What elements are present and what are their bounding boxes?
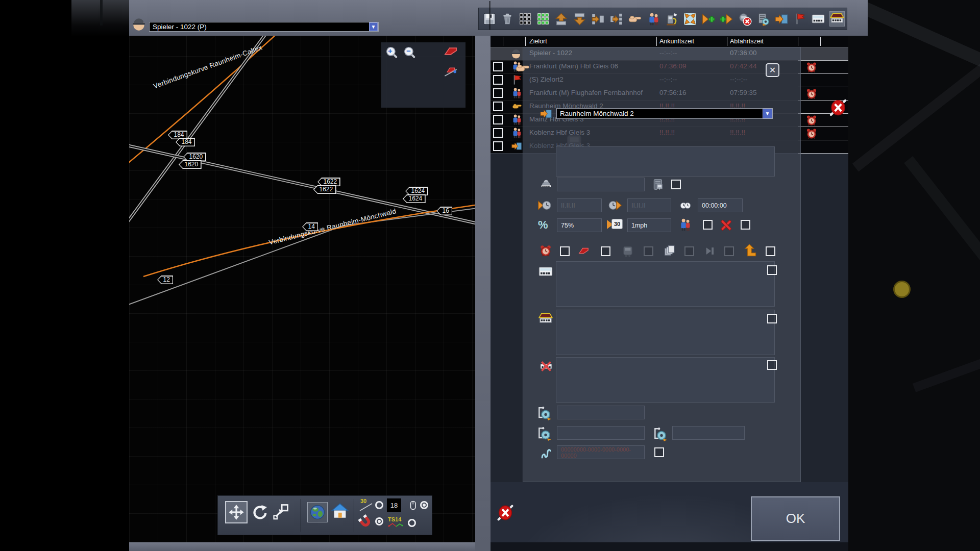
destination-combo[interactable]: Raunheim Mönchwald 2 <box>556 108 773 119</box>
track-tag[interactable]: 1622 <box>317 178 340 186</box>
hand-icon <box>628 12 642 26</box>
collapse-arrows-button[interactable] <box>683 12 697 26</box>
platform-list-box[interactable] <box>556 261 775 307</box>
globe-icon <box>309 504 326 520</box>
ramp-marker-icon[interactable] <box>442 44 459 59</box>
track-tag[interactable]: 1622 <box>313 185 336 194</box>
zoom-out-button[interactable]: − <box>403 46 416 59</box>
add-after-button[interactable] <box>720 12 733 26</box>
row-checkbox[interactable] <box>493 75 503 85</box>
magnet-radio[interactable] <box>375 517 383 525</box>
column-header-ankunftszeit[interactable]: Ankunftszeit <box>659 38 694 45</box>
gradient-radio[interactable] <box>375 501 383 509</box>
performance-input[interactable]: 75% <box>557 218 602 232</box>
alarm-clock-icon[interactable] <box>805 88 818 100</box>
zoom-in-button[interactable]: + <box>385 46 399 59</box>
shed-checkbox[interactable] <box>767 314 777 323</box>
alarm-clock-icon[interactable] <box>805 128 818 140</box>
magnet-icon[interactable] <box>358 514 373 530</box>
cards-checkbox[interactable] <box>684 246 694 256</box>
ok-button[interactable]: OK <box>751 496 840 541</box>
track-map[interactable]: Verbindungskurve Raunheim-Caltex Verbind… <box>129 36 475 542</box>
go-to-button[interactable] <box>775 12 789 26</box>
gradient-value-box: 18 <box>387 498 401 512</box>
ts-radio[interactable] <box>408 519 416 527</box>
row-checkbox[interactable] <box>493 88 503 98</box>
insert-left-button[interactable] <box>609 12 623 26</box>
delete-button[interactable] <box>501 12 514 26</box>
shed-list-box[interactable] <box>556 310 775 355</box>
consist-selector-dropdown-button[interactable]: ▼ <box>369 22 378 31</box>
arrival-time-input[interactable]: II.II.II <box>557 198 602 212</box>
ramp-path-icon[interactable] <box>444 64 458 78</box>
globe-button[interactable] <box>308 503 327 522</box>
skip-checkbox[interactable] <box>724 246 734 256</box>
grid-green-button[interactable] <box>536 12 550 26</box>
consist-name-input[interactable] <box>557 178 645 191</box>
close-button[interactable]: ✕ <box>766 63 779 77</box>
track-tag[interactable]: 1620 <box>183 153 206 161</box>
track-tag[interactable]: 1624 <box>405 187 428 195</box>
alarm-clock-icon[interactable] <box>805 114 818 127</box>
consist-selector[interactable]: Spieler - 1022 (P) <box>149 22 379 32</box>
uturn-checkbox[interactable] <box>766 246 775 256</box>
home-icon[interactable] <box>331 503 349 520</box>
eject-up-button[interactable] <box>554 12 568 26</box>
dwell-time-input[interactable]: 00:00:00 <box>698 198 743 212</box>
platform-checkbox[interactable] <box>767 265 777 275</box>
platform-button[interactable] <box>811 12 825 26</box>
mouse-radio[interactable] <box>420 501 428 509</box>
driver-icon <box>510 47 522 60</box>
move-object-icon[interactable] <box>272 503 289 520</box>
row-checkbox[interactable] <box>493 115 503 124</box>
column-header-zielort[interactable]: Zielort <box>529 38 547 45</box>
document-train-icon[interactable] <box>652 178 665 191</box>
row-checkbox[interactable] <box>493 62 503 71</box>
pan-tool-button[interactable] <box>226 502 247 522</box>
destination-combo-dropdown-button[interactable]: ▼ <box>763 109 772 118</box>
instruction-list-box[interactable] <box>556 146 775 177</box>
row-checkbox[interactable] <box>493 102 503 111</box>
track-tag[interactable]: 184 <box>176 138 195 146</box>
signal-input-3[interactable] <box>672 426 745 440</box>
task-settings-button[interactable] <box>756 12 770 26</box>
consist-checkbox[interactable] <box>671 180 681 189</box>
grid-dark-button[interactable] <box>519 12 532 26</box>
insert-down-button[interactable] <box>573 12 586 26</box>
guid-input[interactable]: 00000000-0000-0000-0000-00000 <box>557 445 645 459</box>
shed-button[interactable] <box>830 12 844 26</box>
min-speed-input[interactable]: 1mph <box>627 218 671 232</box>
ts-marker[interactable]: TS14 <box>388 514 404 530</box>
alarm-clock-icon[interactable] <box>805 61 818 73</box>
loco-checkbox[interactable] <box>644 246 653 256</box>
track-tag[interactable]: 1620 <box>179 160 202 169</box>
remove-cursor-icon[interactable] <box>495 501 516 524</box>
driver-icon <box>131 16 147 32</box>
signal-input-2[interactable] <box>557 426 645 440</box>
remove-loco-button[interactable] <box>738 12 752 26</box>
insert-right-button[interactable] <box>591 12 605 26</box>
departure-time-input[interactable]: II.II.II <box>627 198 671 212</box>
no-stop-checkbox[interactable] <box>767 360 777 370</box>
row-checkbox[interactable] <box>493 128 503 138</box>
track-tag[interactable]: 1624 <box>403 194 426 203</box>
signal-input-1[interactable] <box>557 406 645 419</box>
cancel-checkbox[interactable] <box>741 220 750 230</box>
flag-button[interactable] <box>793 12 806 26</box>
mouse-icon[interactable] <box>407 499 419 512</box>
guid-checkbox[interactable] <box>654 447 664 457</box>
alarm-checkbox[interactable] <box>560 246 570 256</box>
row-checkbox[interactable] <box>493 141 503 151</box>
passengers-button[interactable] <box>647 12 660 26</box>
world-left <box>0 0 129 551</box>
gradient-tool[interactable]: 30 <box>359 498 373 513</box>
column-header-abfahrtszeit[interactable]: Abfahrtszeit <box>730 38 764 45</box>
rotate-icon[interactable] <box>252 504 268 521</box>
no-stop-list-box[interactable] <box>556 357 775 403</box>
hand-tool-button[interactable] <box>628 12 642 26</box>
add-before-button[interactable] <box>701 12 715 26</box>
passengers-icon <box>678 218 692 232</box>
passengers-checkbox[interactable] <box>703 220 713 230</box>
ramp-checkbox[interactable] <box>601 246 610 256</box>
refuel-button[interactable] <box>665 12 679 26</box>
